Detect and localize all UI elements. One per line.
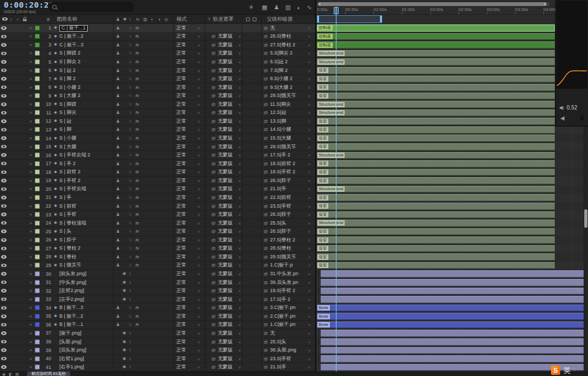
fx-switch[interactable]: fx <box>136 185 139 193</box>
timeline-row[interactable]: 骨架 <box>316 202 588 211</box>
parent-pickwhip[interactable]: @ <box>264 109 268 117</box>
column-layer-name[interactable]: 图层名称 <box>57 15 77 23</box>
layer-name[interactable]: [右手1.png] <box>59 363 84 371</box>
video-eye-toggle[interactable] <box>1 236 7 244</box>
layer-duration-bar[interactable]: Structure end <box>317 152 555 159</box>
layer-name[interactable]: [中头发.png] <box>59 278 87 287</box>
label-swatch[interactable] <box>35 219 40 227</box>
video-eye-toggle[interactable] <box>1 92 7 100</box>
timeline-row[interactable] <box>316 295 588 304</box>
trkmat-pickwhip[interactable]: @ <box>211 193 216 202</box>
label-color-swatch[interactable] <box>35 178 40 183</box>
expand-arrow[interactable]: > <box>29 185 32 193</box>
layer-row[interactable]: >14✱S | 小腿♟\fx正常∨@无蒙版∨@15.S|大腿∨ <box>0 134 316 143</box>
layer-name[interactable]: S | 脊柱顶端 <box>59 219 86 227</box>
layer-name[interactable]: S | 脚 2 <box>59 75 76 83</box>
layer-duration-bar[interactable]: 骨架 <box>317 203 555 210</box>
layer-duration-bar[interactable]: 控制器 <box>317 33 555 40</box>
timeline-row[interactable]: 控制器 <box>316 24 588 33</box>
fx-switch[interactable]: fx <box>136 50 139 58</box>
mode-select[interactable]: 正常 <box>176 278 186 287</box>
quality-switch[interactable]: \ <box>130 24 131 32</box>
mode-select[interactable]: 正常 <box>176 193 186 202</box>
parent-select[interactable]: 29.S|髋关节 <box>270 92 296 100</box>
label-swatch[interactable] <box>35 117 40 125</box>
collapse-switch[interactable]: ✱ <box>122 363 126 371</box>
video-eye-toggle[interactable] <box>1 151 7 159</box>
parent-select[interactable]: 39.后头发.pn <box>270 278 298 287</box>
label-color-swatch[interactable] <box>35 127 40 132</box>
layer-duration-bar[interactable] <box>321 296 588 303</box>
label-color-swatch[interactable] <box>35 43 40 47</box>
label-swatch[interactable] <box>35 33 40 41</box>
trkmat-select[interactable]: 无蒙版 <box>218 253 232 261</box>
parent-select[interactable]: 25.S|头 <box>270 338 286 346</box>
layer-name[interactable]: [左手2.png] <box>59 295 84 304</box>
label-swatch[interactable] <box>35 66 40 75</box>
trkmat-select[interactable]: 无蒙版 <box>218 278 232 287</box>
layer-row[interactable]: >25✱S | 头♟\fx正常∨@无蒙版∨@26.S|脖子∨ <box>0 227 316 236</box>
shy-switch[interactable]: ♟ <box>116 193 120 202</box>
shy-toggle-icon[interactable]: ♟ <box>272 3 281 12</box>
layer-name[interactable]: C | 躯干...3 <box>59 41 83 49</box>
layer-row[interactable]: >33[左手2.png]✱\正常∨@无蒙版∨@17.S|手 2∨ <box>0 295 316 304</box>
layer-row[interactable]: >29✱S | 髋关节♟\fx正常∨@无蒙版∨@1.C|躯干.p∨ <box>0 262 316 270</box>
expand-arrow[interactable]: > <box>29 177 32 185</box>
timeline-row[interactable]: 骨架 <box>316 253 588 262</box>
label-color-swatch[interactable] <box>35 204 40 209</box>
shy-switch[interactable]: ♟ <box>116 219 120 227</box>
shy-switch[interactable]: ♟ <box>116 92 120 100</box>
quality-switch[interactable]: \ <box>130 295 131 304</box>
mode-select[interactable]: 正常 <box>176 66 186 75</box>
layer-row[interactable]: >37[躯干.png]✱\正常∨@无蒙版∨@无∨ <box>0 329 316 338</box>
label-swatch[interactable] <box>35 338 40 346</box>
expand-arrow[interactable]: > <box>29 83 32 92</box>
layer-name[interactable]: B | 躯干...1 <box>59 321 83 329</box>
vertical-scrollbar-thumb[interactable] <box>584 209 587 228</box>
status-icon-2[interactable]: ◧ <box>9 372 13 376</box>
label-color-swatch[interactable] <box>35 110 40 115</box>
expand-arrow[interactable]: > <box>29 58 32 66</box>
layer-duration-bar[interactable] <box>321 279 588 286</box>
expand-arrow[interactable]: > <box>29 66 32 75</box>
parent-select[interactable]: 26.S|脖子 <box>270 177 291 185</box>
collapse-switch[interactable]: ✱ <box>122 355 126 363</box>
trkmat-select[interactable]: 无蒙版 <box>218 168 232 177</box>
parent-select[interactable]: 13.S|脚 <box>270 117 286 125</box>
parent-select[interactable]: 31.中头发.pn <box>270 270 298 278</box>
label-swatch[interactable] <box>35 287 40 295</box>
timeline-row[interactable] <box>316 338 588 347</box>
video-eye-toggle[interactable] <box>1 185 7 193</box>
layer-marker[interactable]: 骨架 <box>317 127 328 132</box>
expand-arrow[interactable]: > <box>29 202 32 210</box>
timeline-row[interactable]: 骨架 <box>316 236 588 245</box>
layer-marker[interactable]: Structure end <box>317 59 345 65</box>
label-color-swatch[interactable] <box>35 297 40 302</box>
mode-select[interactable]: 正常 <box>176 160 186 168</box>
frame-blend-column-icon[interactable]: ▥ <box>143 15 148 23</box>
label-swatch[interactable] <box>35 236 40 244</box>
label-color-swatch[interactable] <box>35 34 40 39</box>
mode-select[interactable]: 正常 <box>176 312 186 320</box>
fx-switch[interactable]: fx <box>136 227 139 235</box>
layer-duration-bar[interactable]: 骨架 <box>317 76 555 83</box>
trkmat-pickwhip[interactable]: @ <box>211 134 216 142</box>
timeline-row[interactable]: 骨架 <box>316 210 588 219</box>
video-eye-toggle[interactable] <box>1 287 7 295</box>
trkmat-pickwhip[interactable]: @ <box>211 151 216 159</box>
layer-duration-bar[interactable]: 骨架 <box>317 211 555 219</box>
parent-select[interactable]: 19.S|手臂 2 <box>270 287 295 295</box>
layer-name[interactable]: S | 脚尖 <box>59 109 76 117</box>
label-swatch[interactable] <box>35 109 40 117</box>
fx-switch[interactable]: fx <box>136 66 139 75</box>
layer-row[interactable]: >34✱B | 躯干...3♟\fx正常∨@无蒙版∨@3.C|躯干.pn∨ <box>0 304 316 313</box>
parent-pickwhip[interactable]: @ <box>264 219 268 227</box>
trkmat-select[interactable]: 无蒙版 <box>218 202 232 210</box>
shy-switch[interactable]: ♟ <box>116 312 120 320</box>
layer-name[interactable]: S | 手 <box>59 193 71 202</box>
label-color-swatch[interactable] <box>35 221 40 226</box>
layer-name[interactable]: [前头发.png] <box>59 270 87 278</box>
layer-name[interactable]: S | 髋关节 <box>59 262 81 270</box>
expand-arrow[interactable]: > <box>29 312 32 320</box>
shy-switch[interactable]: ♟ <box>116 83 120 92</box>
